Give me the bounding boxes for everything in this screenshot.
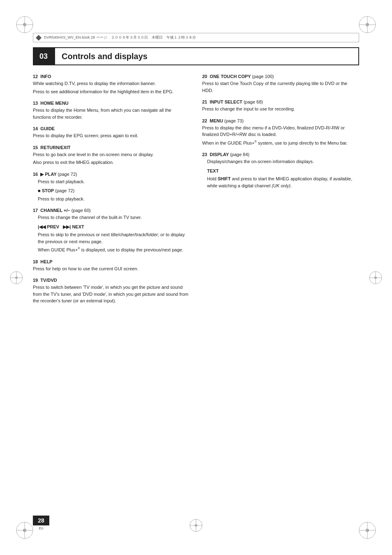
item-21-p1: Press to change the input to use for rec… bbox=[202, 106, 359, 113]
item-19-p1: Press to switch between 'TV mode', in wh… bbox=[33, 284, 190, 304]
item-15: 15 RETURN/EXIT Press to go back one leve… bbox=[33, 145, 190, 166]
item-12-number: 12 bbox=[33, 74, 40, 79]
item-17-p1: Press to change the channel of the built… bbox=[38, 214, 190, 221]
svg-point-27 bbox=[195, 524, 197, 527]
item-18-p1: Press for help on how to use the current… bbox=[33, 265, 190, 272]
item-21-label: INPUT SELECT bbox=[210, 99, 242, 104]
item-17-body: Press to change the channel of the built… bbox=[33, 214, 190, 253]
item-22-label: MENU bbox=[210, 118, 223, 123]
item-16: 16 ▶ PLAY (page 72) Press to start playb… bbox=[33, 172, 190, 203]
item-13-title: 13 HOME MENU bbox=[33, 101, 190, 106]
item-22-number: 22 bbox=[202, 118, 210, 123]
item-17-sub-prevnext-p1: Press to skip to the previous or next ti… bbox=[38, 231, 190, 245]
item-16-sub-stop: ■ STOP (page 72) Press to stop playback. bbox=[38, 187, 190, 202]
item-16-title: 16 ▶ PLAY (page 72) bbox=[33, 172, 190, 177]
item-20-pageref: (page 100) bbox=[252, 74, 274, 79]
chapter-header: 03 Controls and displays bbox=[33, 47, 359, 65]
item-23-sub-text-p1: Hold SHIFT and press to start the MHEG a… bbox=[207, 175, 359, 189]
item-23-sub-text: TEXT Hold SHIFT and press to start the M… bbox=[207, 168, 359, 189]
item-16-sub-stop-p1: Press to stop playback. bbox=[38, 196, 190, 203]
item-22-p2: When in the GUIDE Plus+® system, use to … bbox=[202, 140, 359, 147]
item-20-number: 20 bbox=[202, 74, 210, 79]
svg-point-15 bbox=[366, 529, 369, 532]
item-23-label: DISPLAY bbox=[210, 152, 228, 157]
item-12-label: INFO bbox=[40, 74, 51, 79]
item-14-label: GUIDE bbox=[40, 126, 55, 131]
item-15-title: 15 RETURN/EXIT bbox=[33, 145, 190, 150]
item-23: 23 DISPLAY (page 84) Displays/changes th… bbox=[202, 152, 359, 189]
item-14-p1: Press to display the EPG screen; press a… bbox=[33, 132, 190, 139]
item-16-body: Press to start playback. ■ STOP (page 72… bbox=[33, 178, 190, 203]
item-18: 18 HELP Press for help on how to use the… bbox=[33, 259, 190, 272]
item-22-title: 22 MENU (page 73) bbox=[202, 118, 359, 123]
item-13-number: 13 bbox=[33, 101, 40, 106]
item-19: 19 TV/DVD Press to switch between 'TV mo… bbox=[33, 278, 190, 304]
file-info-text: DVR540HXS_WV_EN.book 28 ページ ２００６年３月３０日 木… bbox=[44, 35, 196, 40]
item-17: 17 CHANNEL +/– (page 60) Press to change… bbox=[33, 208, 190, 253]
item-23-title: 23 DISPLAY (page 84) bbox=[202, 152, 359, 157]
item-15-p2: Also press to exit the MHEG application. bbox=[33, 159, 190, 166]
item-20-label: ONE TOUCH COPY bbox=[210, 74, 251, 79]
item-15-p1: Press to go back one level in the on-scr… bbox=[33, 151, 190, 158]
item-23-number: 23 bbox=[202, 152, 210, 157]
item-22-pageref: (page 73) bbox=[224, 118, 244, 123]
item-23-p1: Displays/changes the on-screen informati… bbox=[207, 158, 359, 165]
right-column: 20 ONE TOUCH COPY (page 100) Press to st… bbox=[202, 74, 359, 502]
item-12: 12 INFO While watching D.TV, press to di… bbox=[33, 74, 190, 95]
item-18-number: 18 bbox=[33, 259, 40, 264]
item-23-pageref: (page 84) bbox=[230, 152, 249, 157]
item-13-body: Press to display the Home Menu, from whi… bbox=[33, 107, 190, 120]
mid-mark-left bbox=[8, 269, 25, 286]
item-17-sub-prevnext: |◀◀ PREV ▶▶| NEXT Press to skip to the p… bbox=[38, 223, 190, 253]
mid-mark-right bbox=[367, 269, 384, 286]
item-12-title: 12 INFO bbox=[33, 74, 190, 79]
item-16-number: 16 bbox=[33, 172, 40, 177]
item-21-number: 21 bbox=[202, 99, 210, 104]
main-content: 12 INFO While watching D.TV, press to di… bbox=[33, 74, 359, 502]
page-footer: 28 En bbox=[33, 516, 49, 530]
item-23-sub-text-title: TEXT bbox=[207, 168, 359, 175]
item-17-label: CHANNEL +/– bbox=[40, 208, 70, 213]
item-19-body: Press to switch between 'TV mode', in wh… bbox=[33, 284, 190, 304]
item-12-p2: Press to see additional information for … bbox=[33, 88, 190, 95]
item-20-p1: Press to start One Touch Copy of the cur… bbox=[202, 80, 359, 94]
item-13: 13 HOME MENU Press to display the Home M… bbox=[33, 101, 190, 120]
item-14-number: 14 bbox=[33, 126, 40, 131]
item-16-sub-stop-pageref: (page 72) bbox=[55, 188, 74, 193]
item-15-number: 15 bbox=[33, 145, 40, 150]
item-14-title: 14 GUIDE bbox=[33, 126, 190, 131]
item-13-label: HOME MENU bbox=[40, 101, 68, 106]
item-18-title: 18 HELP bbox=[33, 259, 190, 264]
item-22: 22 MENU (page 73) Press to display the d… bbox=[202, 118, 359, 147]
item-21-body: Press to change the input to use for rec… bbox=[202, 106, 359, 113]
item-21: 21 INPUT SELECT (page 68) Press to chang… bbox=[202, 99, 359, 113]
item-16-p1: Press to start playback. bbox=[38, 178, 190, 185]
item-17-number: 17 bbox=[33, 208, 40, 213]
item-17-pageref: (page 60) bbox=[71, 208, 91, 213]
item-20: 20 ONE TOUCH COPY (page 100) Press to st… bbox=[202, 74, 359, 94]
item-15-label: RETURN/EXIT bbox=[40, 145, 70, 150]
item-21-title: 21 INPUT SELECT (page 68) bbox=[202, 99, 359, 104]
chapter-title: Controls and displays bbox=[62, 52, 148, 61]
item-14-body: Press to display the EPG screen; press a… bbox=[33, 132, 190, 139]
page-lang: En bbox=[39, 526, 43, 530]
item-19-number: 19 bbox=[33, 278, 40, 283]
item-14: 14 GUIDE Press to display the EPG screen… bbox=[33, 126, 190, 139]
item-12-p1: While watching D.TV, press to display th… bbox=[33, 80, 190, 87]
item-13-p1: Press to display the Home Menu, from whi… bbox=[33, 107, 190, 120]
item-17-sub-prevnext-p2: When GUIDE Plus+® is displayed, use to d… bbox=[38, 246, 190, 253]
item-23-body: Displays/changes the on-screen informati… bbox=[202, 158, 359, 189]
diamond-icon bbox=[36, 35, 42, 40]
item-19-label: TV/DVD bbox=[40, 278, 57, 283]
item-18-label: HELP bbox=[40, 259, 52, 264]
item-17-sub-prevnext-title: |◀◀ PREV ▶▶| NEXT bbox=[38, 223, 190, 230]
file-info-header: DVR540HXS_WV_EN.book 28 ページ ２００６年３月３０日 木… bbox=[33, 33, 359, 42]
chapter-title-box: Controls and displays bbox=[54, 47, 359, 65]
svg-point-3 bbox=[23, 23, 26, 26]
item-12-body: While watching D.TV, press to display th… bbox=[33, 80, 190, 95]
svg-point-7 bbox=[366, 23, 369, 26]
item-20-body: Press to start One Touch Copy of the cur… bbox=[202, 80, 359, 94]
item-17-title: 17 CHANNEL +/– (page 60) bbox=[33, 208, 190, 213]
item-22-body: Press to display the disc menu if a DVD-… bbox=[202, 124, 359, 147]
bottom-center-mark bbox=[188, 517, 204, 534]
